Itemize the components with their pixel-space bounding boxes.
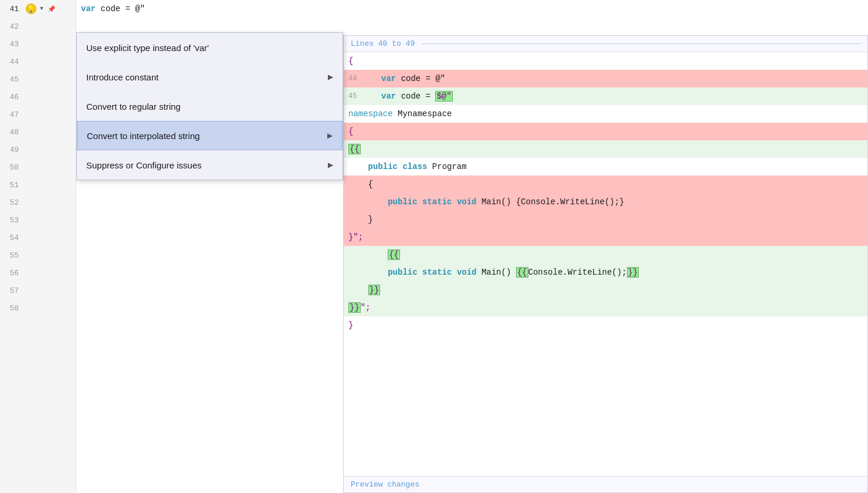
gutter-row-54: 54	[0, 229, 76, 246]
bulb-dropdown-arrow[interactable]: ▼	[38, 5, 46, 13]
lightbulb-icon[interactable]: 💡	[26, 4, 36, 14]
preview-panel: Lines 40 to 49 { 44 var code = @" 45	[343, 35, 868, 493]
menu-item-suppress-configure[interactable]: Suppress or Configure issues ▶	[77, 150, 343, 180]
convert-interpolated-arrow: ▶	[327, 131, 333, 140]
preview-line-end-removed: }";	[344, 228, 867, 246]
preview-line-close-class-added: }}	[344, 281, 867, 299]
line-num-43: 43	[0, 40, 23, 49]
gutter-row-55: 55	[0, 246, 76, 264]
line-num-58: 58	[0, 304, 23, 313]
gutter-row-43: 43	[0, 35, 76, 53]
gutter-row-49: 49	[0, 141, 76, 158]
gutter-row-58: 58	[0, 299, 76, 317]
line-num-50: 50	[0, 163, 23, 172]
line-num-57: 57	[0, 286, 23, 295]
menu-item-convert-to-regular-string[interactable]: Convert to regular string	[77, 92, 343, 121]
line-num-48: 48	[0, 128, 23, 137]
gutter-row-47: 47	[0, 106, 76, 123]
line-num-52: 52	[0, 198, 23, 207]
line-num-56: 56	[0, 269, 23, 278]
preview-line-class-brace-added: {{	[344, 246, 867, 264]
preview-line-class: public class Program	[344, 158, 867, 175]
gutter-icons-41: 💡 ▼ 📌	[23, 4, 56, 14]
preview-line-close-class-removed: }	[344, 211, 867, 228]
line-num-54: 54	[0, 234, 23, 242]
line-num-45: 45	[0, 75, 23, 84]
preview-line-final-close: }	[344, 316, 867, 334]
menu-item-introduce-constant[interactable]: Introduce constant ▶	[77, 62, 343, 92]
code-area: var code = @" } }"; }	[76, 0, 868, 493]
preview-line-class-brace-removed: {	[344, 175, 867, 193]
keyword-var-41: var	[81, 4, 96, 13]
pin-icon: 📌	[47, 4, 56, 13]
menu-item-use-explicit-type-label: Use explicit type instead of 'var'	[86, 43, 209, 53]
menu-item-convert-regular-label: Convert to regular string	[86, 102, 181, 112]
code-line-41: var code = @"	[76, 0, 868, 18]
preview-header-text: Lines 40 to 49	[351, 39, 415, 48]
menu-item-suppress-label: Suppress or Configure issues	[86, 160, 202, 170]
preview-changes-label: Preview changes	[351, 480, 419, 489]
menu-item-use-explicit-type[interactable]: Use explicit type instead of 'var'	[77, 33, 343, 62]
gutter-row-52: 52	[0, 194, 76, 211]
preview-line-44-removed: 44 var code = @"	[344, 70, 867, 87]
preview-line-brace-removed: {	[344, 123, 867, 140]
preview-header-line	[422, 43, 860, 44]
gutter-row-48: 48	[0, 123, 76, 141]
preview-content[interactable]: { 44 var code = @" 45 var code = $@"	[344, 52, 867, 476]
context-menu: Use explicit type instead of 'var' Intro…	[76, 32, 343, 180]
gutter-row-42: 42	[0, 18, 76, 35]
line-gutter: 41 💡 ▼ 📌 42 43 44 45 46 47 48 49	[0, 0, 76, 493]
preview-line-end-added: }} ";	[344, 299, 867, 316]
gutter-row-51: 51	[0, 176, 76, 194]
gutter-row-50: 50	[0, 158, 76, 176]
line-num-49: 49	[0, 146, 23, 154]
preview-line-open-brace: {	[344, 52, 867, 70]
preview-line-45-added: 45 var code = $@"	[344, 87, 867, 105]
line-num-53: 53	[0, 216, 23, 225]
line-num-44: 44	[0, 58, 23, 66]
gutter-row-56: 56	[0, 264, 76, 282]
preview-line-namespace: namespace Mynamespace	[344, 105, 867, 123]
line-num-55: 55	[0, 251, 23, 260]
code-text-41: code = @"	[96, 4, 145, 13]
line-num-41: 41	[0, 5, 23, 13]
line-num-47: 47	[0, 110, 23, 119]
menu-item-convert-to-interpolated-string[interactable]: Convert to interpolated string ▶	[77, 121, 343, 150]
preview-line-main-removed: public static void Main() {Console.Write…	[344, 193, 867, 211]
menu-item-convert-interpolated-label: Convert to interpolated string	[87, 131, 200, 141]
line-num-51: 51	[0, 181, 23, 190]
preview-changes-link[interactable]: Preview changes	[344, 476, 867, 492]
preview-line-main-added: public static void Main() {{ Console.Wri…	[344, 264, 867, 281]
gutter-row-57: 57	[0, 282, 76, 299]
line-num-42: 42	[0, 22, 23, 31]
gutter-row-45: 45	[0, 70, 76, 88]
gutter-row-44: 44	[0, 53, 76, 70]
gutter-row-46: 46	[0, 88, 76, 106]
gutter-row-53: 53	[0, 211, 76, 229]
introduce-constant-arrow: ▶	[328, 73, 333, 81]
suppress-arrow: ▶	[328, 161, 333, 169]
preview-header: Lines 40 to 49	[344, 36, 867, 52]
gutter-row-41: 41 💡 ▼ 📌	[0, 0, 76, 18]
line-num-46: 46	[0, 93, 23, 102]
editor-container: 41 💡 ▼ 📌 42 43 44 45 46 47 48 49	[0, 0, 868, 493]
preview-line-brace-added: {{	[344, 140, 867, 158]
menu-item-introduce-constant-label: Introduce constant	[86, 72, 158, 82]
